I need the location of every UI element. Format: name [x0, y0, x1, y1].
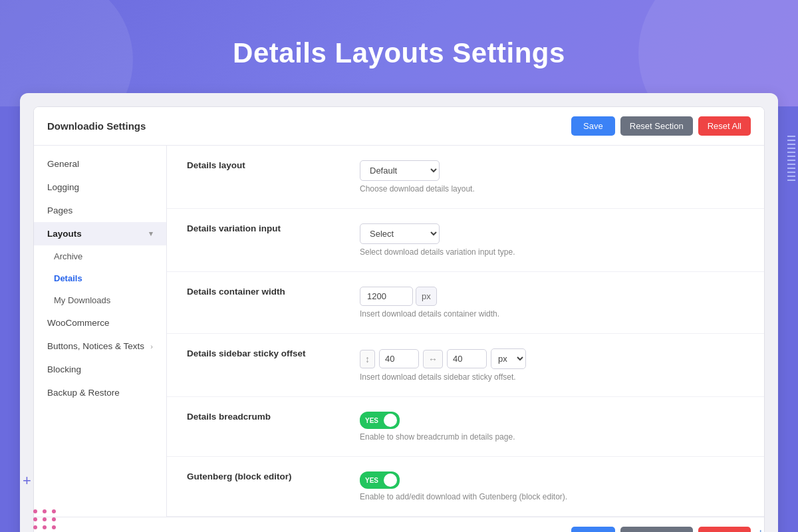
panel-footer: Save Reset Section Reset All: [34, 517, 764, 532]
sidebar-sub-details[interactable]: Details: [34, 267, 166, 289]
deco-dots: [33, 509, 57, 529]
deco-plus-left: +: [23, 472, 31, 489]
deco-lines-right: [785, 133, 798, 184]
panel-body: General Logging Pages Layouts ▾ Archive …: [34, 146, 764, 517]
desc-container-width: Insert download details container width.: [360, 309, 744, 319]
sidebar-item-logging[interactable]: Logging: [34, 176, 166, 199]
sidebar-sub-archive[interactable]: Archive: [34, 245, 166, 267]
sidebar-item-backup[interactable]: Backup & Restore: [34, 381, 166, 404]
panel-header: Downloadio Settings Save Reset Section R…: [34, 107, 764, 146]
sidebar-item-woocommerce[interactable]: WooCommerce: [34, 311, 166, 334]
deco-plus-right: +: [756, 525, 765, 532]
sidebar-item-layouts[interactable]: Layouts ▾: [34, 222, 166, 245]
breadcrumb-toggle-label: YES: [365, 417, 378, 424]
panel-title: Downloadio Settings: [47, 120, 146, 132]
desc-breadcrumb: Enable to show breadcrumb in details pag…: [360, 432, 744, 442]
breadcrumb-toggle-knob: [384, 414, 397, 427]
breadcrumb-toggle[interactable]: YES: [360, 412, 400, 429]
content-area: Details layout Default Layout 1 Layout 2…: [167, 146, 764, 517]
label-container-width: Details container width: [187, 287, 360, 297]
main-wrapper: + + Downloadio Settings Save Reset Secti…: [20, 93, 778, 532]
settings-panel: Downloadio Settings Save Reset Section R…: [33, 106, 765, 532]
chevron-right-icon: ›: [150, 342, 153, 350]
container-width-input[interactable]: [360, 287, 413, 306]
reset-section-button-bottom[interactable]: Reset Section: [620, 527, 693, 532]
desc-sticky-offset: Insert download details sidebar sticky o…: [360, 372, 744, 382]
reset-section-button-top[interactable]: Reset Section: [620, 116, 693, 136]
setting-row-breadcrumb: Details breadcrumb YES Enable to show br…: [167, 397, 764, 457]
desc-gutenberg: Enable to add/edit download with Gutenbe…: [360, 492, 744, 501]
chevron-down-icon: ▾: [149, 229, 153, 238]
sticky-offset-unit-select[interactable]: px em %: [491, 348, 526, 369]
variation-input-select[interactable]: Select Radio Dropdown: [360, 223, 440, 244]
details-layout-select[interactable]: Default Layout 1 Layout 2: [360, 160, 440, 181]
sidebar-item-buttons[interactable]: Buttons, Notices & Texts ›: [34, 334, 166, 358]
offset-side-icon: ↔: [423, 350, 443, 368]
sticky-offset-top-input[interactable]: [379, 349, 419, 368]
reset-all-button-bottom[interactable]: Reset All: [698, 527, 751, 532]
gutenberg-toggle-knob: [384, 473, 397, 487]
label-details-layout: Details layout: [187, 160, 360, 170]
setting-row-sticky-offset: Details sidebar sticky offset ↕ ↔ px em …: [167, 334, 764, 397]
sidebar-item-blocking[interactable]: Blocking: [34, 358, 166, 381]
setting-row-container-width: Details container width px Insert downlo…: [167, 272, 764, 334]
page-title: Details Layouts Settings: [233, 37, 565, 69]
setting-row-gutenberg: Gutenberg (block editor) YES Enable to a…: [167, 457, 764, 517]
save-button-top[interactable]: Save: [571, 116, 615, 136]
sidebar-item-pages[interactable]: Pages: [34, 199, 166, 222]
page-header: Details Layouts Settings: [0, 0, 798, 106]
gutenberg-toggle[interactable]: YES: [360, 471, 400, 489]
save-button-bottom[interactable]: Save: [571, 527, 615, 532]
offset-top-icon: ↕: [360, 350, 375, 368]
label-variation-input: Details variation input: [187, 223, 360, 233]
desc-details-layout: Choose download details layout.: [360, 184, 744, 194]
setting-row-details-layout: Details layout Default Layout 1 Layout 2…: [167, 146, 764, 209]
sticky-offset-side-input[interactable]: [447, 349, 487, 368]
header-deco-circle-left: [0, 0, 133, 106]
sidebar-sub-mydownloads[interactable]: My Downloads: [34, 289, 166, 311]
label-sticky-offset: Details sidebar sticky offset: [187, 348, 360, 358]
label-gutenberg: Gutenberg (block editor): [187, 471, 360, 481]
reset-all-button-top[interactable]: Reset All: [698, 116, 751, 136]
gutenberg-toggle-label: YES: [365, 477, 378, 484]
header-deco-circle-right: [638, 0, 798, 106]
panel-header-buttons: Save Reset Section Reset All: [571, 116, 751, 136]
sidebar-item-general[interactable]: General: [34, 152, 166, 176]
px-unit-label: px: [416, 287, 437, 306]
setting-row-variation-input: Details variation input Select Radio Dro…: [167, 209, 764, 272]
desc-variation-input: Select download details variation input …: [360, 247, 744, 257]
label-breadcrumb: Details breadcrumb: [187, 412, 360, 422]
sidebar: General Logging Pages Layouts ▾ Archive …: [34, 146, 167, 517]
